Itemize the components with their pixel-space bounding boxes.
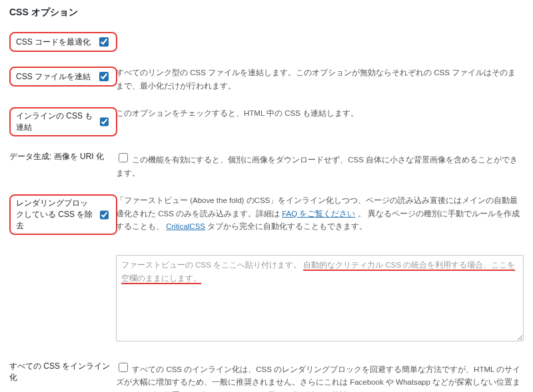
critical-css-link[interactable]: CriticalCSS xyxy=(166,222,205,230)
render-block-row[interactable]: レンダリングブロックしている CSS を除去 xyxy=(9,194,117,235)
concat-files-checkbox[interactable] xyxy=(99,72,109,81)
data-uri-checkbox[interactable] xyxy=(119,153,128,162)
data-uri-label: データ生成: 画像を URI 化 xyxy=(9,151,116,162)
all-inline-checkbox[interactable] xyxy=(119,363,128,372)
render-block-checkbox[interactable] xyxy=(100,210,109,220)
faq-link[interactable]: FAQ をご覧ください xyxy=(282,210,355,218)
render-block-desc: 「ファーストビュー (Above the fold) のCSS」をインライン化し… xyxy=(116,194,524,234)
concat-files-desc: すべてのリンク型の CSS ファイルを連結します。このオプションが無効ならそれぞ… xyxy=(116,67,524,93)
critical-css-textarea[interactable] xyxy=(116,255,524,341)
optimize-css-label: CSS コードを最適化 xyxy=(16,37,91,48)
optimize-css-row[interactable]: CSS コードを最適化 xyxy=(9,32,117,52)
all-inline-label: すべての CSS をインライン化 xyxy=(9,361,116,383)
concat-files-label: CSS ファイルを連結 xyxy=(16,71,91,83)
data-uri-desc: この機能を有効にすると、個別に画像をダウンロードせず、CSS 自体に小さな背景画… xyxy=(116,156,518,177)
render-block-desc-tail: タブから完全に自動化することもできます。 xyxy=(207,222,367,230)
all-inline-desc: すべての CSS のインライン化は、CSS のレンダリングブロックを回避する簡単… xyxy=(116,365,520,392)
optimize-css-checkbox[interactable] xyxy=(99,37,109,47)
inline-concat-row[interactable]: インラインの CSS も連結 xyxy=(9,107,117,136)
inline-concat-label: インラインの CSS も連結 xyxy=(16,110,93,133)
inline-concat-checkbox[interactable] xyxy=(100,117,109,126)
inline-concat-desc: このオプションをチェックすると、HTML 中の CSS も連結します。 xyxy=(116,107,524,120)
section-title: CSS オプション xyxy=(9,7,524,19)
render-block-label: レンダリングブロックしている CSS を除去 xyxy=(16,198,93,232)
concat-files-row[interactable]: CSS ファイルを連結 xyxy=(9,67,117,87)
